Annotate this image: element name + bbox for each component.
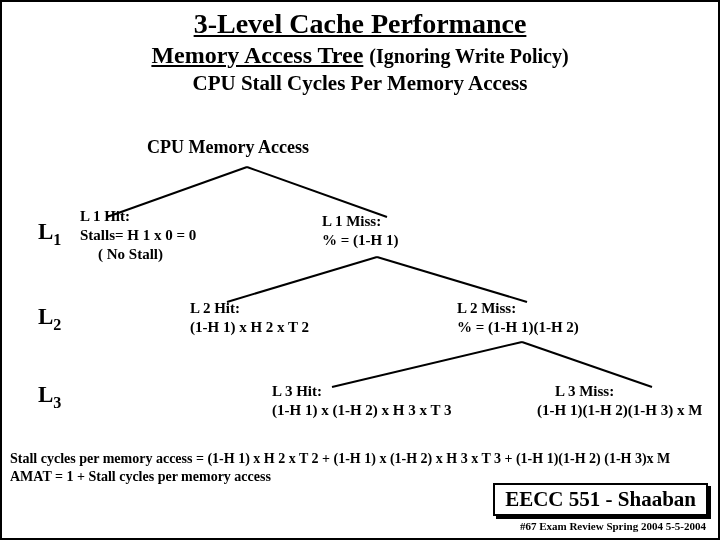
svg-line-2 bbox=[227, 257, 377, 302]
l1-letter: L bbox=[38, 219, 53, 244]
node-l3-hit: L 3 Hit: (1-H 1) x (1-H 2) x H 3 x T 3 bbox=[272, 382, 451, 420]
l1miss-line1: L 1 Miss: bbox=[322, 212, 398, 231]
l1hit-line1: L 1 Hit: bbox=[80, 207, 196, 226]
l2hit-line1: L 2 Hit: bbox=[190, 299, 309, 318]
node-root: CPU Memory Access bbox=[147, 137, 309, 158]
slide-frame: 3-Level Cache Performance Memory Access … bbox=[0, 0, 720, 540]
node-l3-miss: L 3 Miss: (1-H 1)(1-H 2)(1-H 3) x M bbox=[537, 382, 702, 420]
title: 3-Level Cache Performance bbox=[2, 8, 718, 40]
node-l1-miss: L 1 Miss: % = (1-H 1) bbox=[322, 212, 398, 250]
l3hit-line1: L 3 Hit: bbox=[272, 382, 451, 401]
l3-letter: L bbox=[38, 382, 53, 407]
svg-line-5 bbox=[522, 342, 652, 387]
node-l2-hit: L 2 Hit: (1-H 1) x H 2 x T 2 bbox=[190, 299, 309, 337]
l2miss-line2: % = (1-H 1)(1-H 2) bbox=[457, 318, 579, 337]
l2miss-line1: L 2 Miss: bbox=[457, 299, 579, 318]
node-l1-hit: L 1 Hit: Stalls= H 1 x 0 = 0 ( No Stall) bbox=[80, 207, 196, 263]
level-l2: L2 bbox=[38, 304, 61, 334]
l2-letter: L bbox=[38, 304, 53, 329]
level-l1: L1 bbox=[38, 219, 61, 249]
svg-line-1 bbox=[247, 167, 387, 217]
formula-amat: AMAT = 1 + Stall cycles per memory acces… bbox=[10, 468, 271, 486]
l1hit-line2: Stalls= H 1 x 0 = 0 bbox=[80, 226, 196, 245]
node-l2-miss: L 2 Miss: % = (1-H 1)(1-H 2) bbox=[457, 299, 579, 337]
footnote: #67 Exam Review Spring 2004 5-5-2004 bbox=[520, 520, 706, 532]
subtitle: Memory Access Tree (Ignoring Write Polic… bbox=[2, 42, 718, 69]
line3: CPU Stall Cycles Per Memory Access bbox=[2, 71, 718, 96]
l3miss-line1: L 3 Miss: bbox=[537, 382, 702, 401]
l3miss-line2: (1-H 1)(1-H 2)(1-H 3) x M bbox=[537, 401, 702, 420]
l3hit-line2: (1-H 1) x (1-H 2) x H 3 x T 3 bbox=[272, 401, 451, 420]
l1-sub: 1 bbox=[53, 231, 61, 248]
l2-sub: 2 bbox=[53, 316, 61, 333]
l1miss-line2: % = (1-H 1) bbox=[322, 231, 398, 250]
subtitle-main: Memory Access Tree bbox=[151, 42, 363, 68]
formula-stall: Stall cycles per memory access = (1-H 1)… bbox=[10, 450, 670, 468]
subtitle-paren: (Ignoring Write Policy) bbox=[369, 45, 568, 67]
svg-line-4 bbox=[332, 342, 522, 387]
course-box: EECC 551 - Shaaban bbox=[493, 483, 708, 516]
l3-sub: 3 bbox=[53, 394, 61, 411]
l2hit-line2: (1-H 1) x H 2 x T 2 bbox=[190, 318, 309, 337]
l1hit-line3: ( No Stall) bbox=[80, 245, 196, 264]
level-l3: L3 bbox=[38, 382, 61, 412]
svg-line-3 bbox=[377, 257, 527, 302]
